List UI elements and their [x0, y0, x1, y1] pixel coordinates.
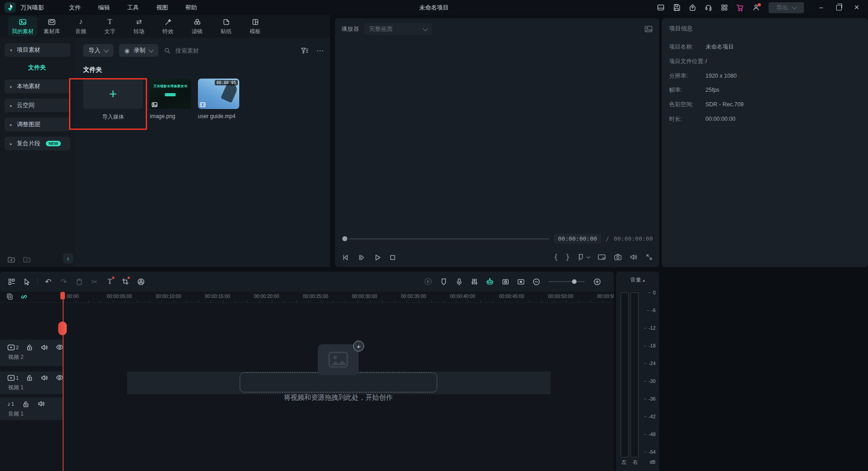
- tab-transitions[interactable]: ⇄ 转场: [124, 16, 153, 36]
- menu-file[interactable]: 文件: [60, 4, 89, 12]
- split-scissors-button[interactable]: ✂: [87, 275, 102, 288]
- lock-track-icon[interactable]: [23, 401, 29, 407]
- second-screen-icon[interactable]: [597, 253, 606, 261]
- speed-settings-button[interactable]: [498, 275, 513, 288]
- menu-tools[interactable]: 工具: [118, 4, 148, 12]
- menu-help[interactable]: 帮助: [177, 4, 206, 12]
- import-media-card[interactable]: + 导入媒体: [83, 79, 143, 121]
- seek-handle[interactable]: [342, 236, 347, 241]
- delete-folder-icon[interactable]: [23, 256, 31, 263]
- mute-track-icon[interactable]: [38, 401, 45, 407]
- mute-speaker-icon[interactable]: [630, 253, 638, 261]
- lock-track-icon[interactable]: [26, 374, 33, 381]
- sidebar-item-compound-clip[interactable]: ▸ 复合片段 NEW: [5, 137, 70, 150]
- export-button[interactable]: 导出: [769, 2, 804, 13]
- playhead-grip[interactable]: [58, 322, 67, 335]
- tab-audio[interactable]: ♪ 音频: [66, 16, 95, 36]
- tab-templates[interactable]: 模板: [241, 16, 270, 36]
- save-icon[interactable]: [671, 2, 682, 14]
- timeline-zoom-slider[interactable]: [548, 281, 585, 282]
- mute-track-icon[interactable]: [41, 344, 48, 351]
- delete-button[interactable]: [71, 275, 87, 288]
- audio-mixer-button[interactable]: [467, 275, 482, 288]
- current-timecode[interactable]: 00:00:00:00: [554, 234, 601, 243]
- track-header-video-1[interactable]: 1 视频 1: [0, 372, 64, 394]
- add-media-plus-icon[interactable]: +: [353, 341, 364, 352]
- menu-edit[interactable]: 编辑: [89, 4, 118, 12]
- account-icon[interactable]: [750, 2, 762, 14]
- next-frame-button[interactable]: [357, 254, 365, 261]
- upload-cloud-icon[interactable]: [686, 2, 698, 14]
- track-header-video-2[interactable]: 2 视频 2: [0, 340, 64, 366]
- search-input[interactable]: [174, 47, 231, 55]
- drop-zone[interactable]: [240, 372, 437, 392]
- track-header-audio-1[interactable]: ♪ 1 音频 1: [0, 397, 64, 420]
- timeline-ruler[interactable]: 00:00 00:00:05:00 00:00:10:00 00:00:15:0…: [0, 292, 614, 303]
- sidebar-item-project-media[interactable]: ▾ 项目素材: [5, 43, 70, 57]
- copy-clip-icon[interactable]: [6, 293, 13, 300]
- color-palette-button[interactable]: [133, 275, 148, 288]
- voiceover-mic-button[interactable]: [451, 275, 467, 288]
- sidebar-item-cloud[interactable]: ▸ 云空间: [5, 99, 70, 112]
- playhead-line[interactable]: [63, 292, 64, 471]
- marker-button[interactable]: [577, 253, 590, 261]
- tab-filters[interactable]: 滤镜: [182, 16, 212, 36]
- sidebar-item-local-media[interactable]: ▸ 本地素材: [5, 79, 70, 93]
- tab-stock-library[interactable]: 素材库: [37, 16, 66, 36]
- undo-button[interactable]: ↶: [40, 275, 56, 288]
- image-thumbnail[interactable]: 万兴喵影全球焕新发布: [150, 79, 191, 109]
- minimize-button[interactable]: −: [814, 2, 828, 14]
- previous-frame-button[interactable]: [341, 254, 350, 261]
- select-cursor-icon[interactable]: [19, 275, 35, 288]
- import-media-tile[interactable]: +: [83, 79, 143, 109]
- close-button[interactable]: ×: [850, 2, 863, 14]
- snapshot-camera-icon[interactable]: [614, 253, 622, 261]
- new-folder-icon[interactable]: [7, 256, 15, 263]
- menu-view[interactable]: 视图: [148, 4, 177, 12]
- store-cart-icon[interactable]: [734, 2, 746, 14]
- preview-image-icon[interactable]: [644, 25, 653, 33]
- search-box[interactable]: [164, 47, 295, 55]
- redo-button[interactable]: ↷: [56, 275, 71, 288]
- mark-in-button[interactable]: {: [554, 253, 558, 261]
- seek-bar[interactable]: 00:00:00:00 / 00:00:00:00: [342, 234, 653, 243]
- render-preview-button[interactable]: [420, 275, 436, 288]
- crop-button[interactable]: [118, 275, 133, 288]
- seek-track[interactable]: [349, 238, 549, 239]
- collapse-sidebar-button[interactable]: ‹: [63, 253, 73, 263]
- preview-frame-button[interactable]: [513, 275, 528, 288]
- keyframe-assistant-button[interactable]: [482, 275, 498, 288]
- more-options-icon[interactable]: ⋯: [316, 46, 324, 55]
- playhead-top-marker[interactable]: [60, 292, 65, 299]
- media-item-video[interactable]: 00:00:05 user guide.mp4: [198, 79, 239, 121]
- quality-dropdown[interactable]: 完整画质: [365, 23, 432, 35]
- media-item-image[interactable]: 万兴喵影全球焕新发布 image.png: [150, 79, 191, 121]
- zoom-slider-handle[interactable]: [572, 279, 577, 284]
- mute-track-icon[interactable]: [41, 375, 48, 381]
- zoom-in-button[interactable]: [589, 275, 605, 288]
- quick-text-button[interactable]: T: [102, 275, 118, 288]
- mark-out-button[interactable]: }: [566, 253, 570, 261]
- tab-stickers[interactable]: 贴纸: [212, 16, 241, 36]
- filter-sort-icon[interactable]: [301, 47, 308, 54]
- play-button[interactable]: [373, 254, 381, 261]
- zoom-out-button[interactable]: [528, 275, 544, 288]
- import-button[interactable]: 导入: [83, 44, 113, 57]
- workspace-layout-icon[interactable]: [655, 2, 666, 14]
- maximize-button[interactable]: [832, 2, 846, 14]
- apps-grid-icon[interactable]: [718, 2, 730, 14]
- manage-tracks-icon[interactable]: [4, 275, 19, 288]
- tab-effects[interactable]: 特效: [153, 16, 182, 36]
- lock-track-icon[interactable]: [26, 344, 33, 351]
- record-button[interactable]: ◉ 录制: [119, 44, 158, 57]
- tab-text[interactable]: T 文字: [95, 16, 124, 36]
- sidebar-item-folder[interactable]: 文件夹: [5, 61, 70, 74]
- fullscreen-icon[interactable]: [646, 253, 653, 261]
- support-headset-icon[interactable]: [702, 2, 714, 14]
- marker-shield-button[interactable]: [436, 275, 451, 288]
- stop-button[interactable]: [389, 254, 396, 261]
- volume-title[interactable]: 音量 ▴: [616, 272, 659, 284]
- video-thumbnail[interactable]: 00:00:05: [198, 79, 239, 109]
- tab-my-media[interactable]: 我的素材: [8, 16, 37, 36]
- link-clips-icon[interactable]: [20, 293, 28, 300]
